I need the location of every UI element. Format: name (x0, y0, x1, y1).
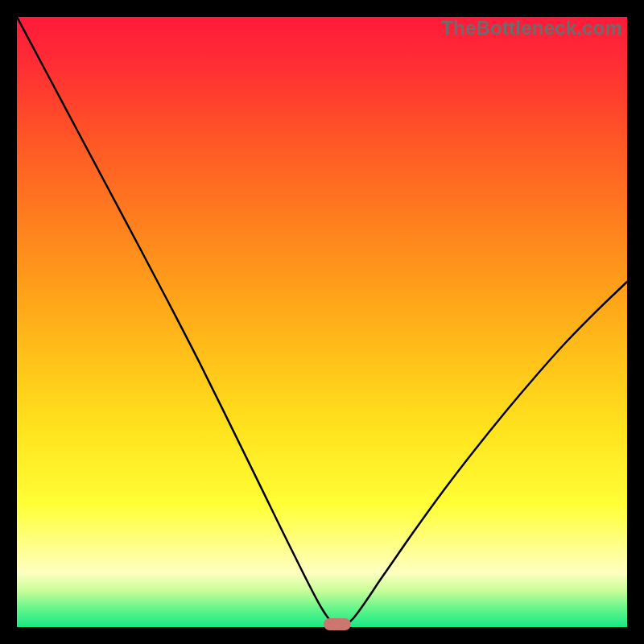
plot-area: TheBottleneck.com (17, 17, 627, 627)
chart-frame: TheBottleneck.com (0, 0, 644, 644)
minimum-marker (324, 618, 351, 630)
bottleneck-curve (17, 17, 627, 627)
